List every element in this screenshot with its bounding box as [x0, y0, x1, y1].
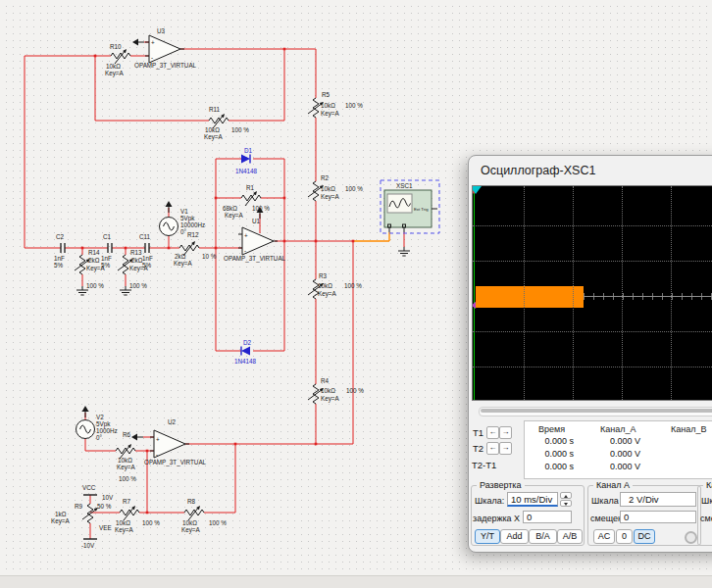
scope-button-b-a[interactable]: B/A — [529, 529, 557, 544]
scope-button-y-t[interactable]: Y/T — [475, 529, 500, 544]
schematic-label: Key=A — [115, 526, 134, 534]
scope-button-a-b[interactable]: A/B — [557, 529, 583, 544]
schematic-label: OPAMP_3T_VIRTUAL — [224, 255, 286, 263]
schematic-label: R12 — [187, 231, 199, 238]
schematic-label: R2 — [321, 174, 330, 181]
dot-glyph[interactable] — [125, 247, 127, 250]
schematic-label: OPAMP_3T_VIRTUAL — [144, 459, 207, 466]
dot-glyph[interactable] — [81, 247, 84, 250]
schematic-label: 100 % — [344, 282, 362, 289]
oscilloscope-schematic-icon[interactable]: XSC1Ext Trig — [381, 180, 439, 233]
scope-button-ac[interactable]: AC — [593, 529, 615, 544]
scope-scrollbar-thumb[interactable] — [481, 409, 712, 413]
schematic-label: R7 — [123, 498, 131, 505]
dot-glyph[interactable] — [146, 512, 149, 514]
schematic-label: R8 — [187, 498, 196, 505]
spinner-down-icon[interactable] — [560, 500, 572, 507]
dot-glyph[interactable] — [94, 55, 97, 58]
schematic-label: - — [151, 54, 153, 61]
grid-line-horizontal — [473, 331, 712, 332]
grid-line-vertical — [573, 186, 574, 400]
schematic-label: Key=A — [105, 70, 125, 77]
schematic-label: C11 — [139, 233, 151, 240]
dot-glyph[interactable] — [215, 247, 218, 250]
pot-h-glyph[interactable] — [111, 49, 130, 64]
scope-scrollbar[interactable] — [479, 407, 712, 416]
pot-h-glyph[interactable] — [184, 506, 204, 520]
arrow-l-glyph[interactable] — [131, 434, 143, 441]
channel-a-scale-input[interactable] — [620, 492, 696, 507]
schematic-label: 10kΩ — [118, 457, 132, 464]
scope-button-dc[interactable]: DC — [634, 529, 655, 544]
channel-a-ypos-input[interactable] — [620, 511, 696, 523]
schematic-label: 1kΩ — [55, 511, 67, 517]
dot-glyph[interactable] — [352, 240, 355, 243]
schematic-label: Key=A — [321, 395, 340, 403]
gnd-glyph[interactable] — [398, 247, 410, 256]
dot-glyph[interactable] — [283, 48, 286, 51]
t1-right-button[interactable]: → — [499, 426, 512, 439]
dot-glyph[interactable] — [283, 197, 286, 200]
timebase-xpos-input[interactable] — [523, 511, 572, 523]
t2-t1-label: T2-T1 — [472, 460, 496, 470]
pot-h-glyph[interactable] — [120, 506, 139, 520]
dot-glyph[interactable] — [168, 247, 171, 250]
schematic-label: 10kΩ — [182, 519, 197, 526]
workspace-scrollbar[interactable] — [0, 575, 712, 588]
schematic-label: Key=A — [51, 517, 71, 525]
scope-button-add[interactable]: Add — [500, 529, 529, 544]
schematic-label: 1000Hz — [96, 427, 118, 434]
cap-glyph[interactable] — [61, 243, 65, 253]
dot-glyph[interactable] — [315, 443, 318, 446]
measurement-cell: 0.000 V — [601, 462, 640, 471]
schematic-label: 10kΩ — [321, 102, 335, 109]
t1-left-button[interactable]: ← — [486, 426, 499, 439]
arrow-up-glyph[interactable] — [82, 406, 89, 417]
schematic-label: -10V — [81, 542, 95, 549]
dot-glyph[interactable] — [315, 240, 318, 243]
schematic-label: R13 — [130, 249, 142, 256]
scope-button-0[interactable]: 0 — [616, 529, 633, 544]
dot-glyph[interactable] — [283, 240, 286, 243]
schematic-label: Key=A — [318, 290, 337, 298]
schematic-label: 10V — [102, 494, 114, 501]
vsrc-glyph[interactable] — [160, 218, 178, 236]
spinner-up-icon[interactable] — [560, 492, 572, 499]
schematic-label: Key=A — [204, 133, 224, 141]
cap-glyph[interactable] — [145, 243, 149, 253]
timebase-scale-spinner[interactable] — [560, 492, 572, 508]
oscilloscope-window: Осциллограф-XSC1 T1 ← → T2 ← → T2-T1 Вре… — [468, 155, 712, 553]
schematic-label: D1 — [244, 147, 253, 154]
schematic-label: Key=A — [321, 193, 340, 201]
scope-left-axis — [474, 186, 475, 400]
scope-icon-label: XSC1 — [396, 182, 413, 189]
schematic-label: V1 — [180, 208, 188, 215]
vsrc-glyph[interactable] — [76, 420, 95, 439]
schematic-label: OPAMP_3T_VIRTUAL — [134, 62, 197, 70]
cap-glyph[interactable] — [108, 243, 112, 253]
dot-glyph[interactable] — [146, 450, 149, 453]
channel-a-caption: Канал А — [593, 480, 633, 490]
t2-left-button[interactable]: ← — [486, 442, 499, 455]
arrow-l-glyph[interactable] — [132, 39, 144, 46]
schematic-label: 0° — [180, 228, 187, 235]
pot-v-glyph[interactable] — [82, 504, 98, 523]
schematic-label: Key=A — [321, 110, 340, 118]
diode-l-glyph[interactable] — [241, 347, 250, 356]
channel-a-terminal-icon[interactable] — [685, 531, 697, 544]
window-titlebar[interactable]: Осциллограф-XSC1 — [469, 156, 712, 183]
dot-glyph[interactable] — [215, 197, 218, 200]
pot-h-glyph[interactable] — [241, 191, 261, 206]
schematic-label: 1nF — [142, 255, 153, 262]
schematic-label: 10 % — [202, 253, 217, 260]
schematic-label: R4 — [321, 377, 330, 384]
measurement-cell: 0.000 s — [533, 462, 574, 471]
t2-right-button[interactable]: → — [499, 442, 512, 455]
channel-b-caption: Канал B — [703, 480, 712, 490]
trigger-marker-icon[interactable] — [472, 186, 482, 194]
timebase-scale-input[interactable] — [507, 492, 558, 507]
dot-glyph[interactable] — [234, 443, 237, 446]
arrow-up-glyph[interactable] — [166, 201, 173, 213]
diode-r-glyph[interactable] — [241, 155, 250, 164]
schematic-label: 1nF — [54, 255, 65, 262]
